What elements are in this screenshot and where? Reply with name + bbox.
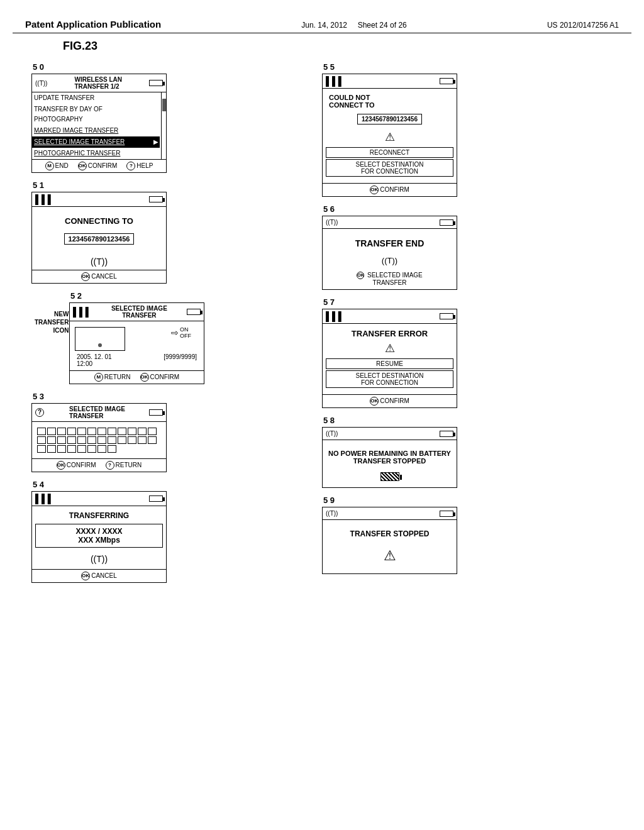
menu-item-daytransfer[interactable]: TRANSFER BY DAY OFPHOTOGRAPHY bbox=[32, 104, 160, 125]
cb-28[interactable] bbox=[67, 445, 76, 453]
cb-14[interactable] bbox=[47, 436, 56, 444]
cb-12[interactable] bbox=[148, 428, 157, 435]
cb-24[interactable] bbox=[148, 436, 157, 444]
ok-icon-53: OK bbox=[57, 461, 65, 470]
select-dest-btn-57[interactable]: SELECT DESTINATIONFOR CONNECTION bbox=[326, 370, 453, 388]
cb-26[interactable] bbox=[47, 445, 56, 453]
transfer-stopped-text: TRANSFER STOPPED bbox=[326, 529, 453, 538]
confirm-btn-57[interactable]: OKCONFIRM bbox=[370, 397, 409, 406]
confirm-btn-55[interactable]: OKCONFIRM bbox=[370, 185, 409, 194]
menu-item-photo[interactable]: PHOTOGRAPHIC TRANSFER bbox=[32, 148, 160, 159]
return-btn-52[interactable]: MRETURN bbox=[94, 373, 131, 382]
checkbox-grid-53 bbox=[37, 425, 161, 455]
cb-7[interactable] bbox=[97, 428, 106, 435]
screen-55-num: 5 5 bbox=[323, 62, 335, 72]
screen-53-topbar: ? SELECTED IMAGETRANSFER bbox=[32, 404, 166, 422]
cb-20[interactable] bbox=[108, 436, 116, 444]
menu-item-update[interactable]: UPDATE TRANSFER bbox=[32, 92, 160, 104]
scrollbar-thumb-50 bbox=[162, 99, 166, 111]
cb-25[interactable] bbox=[37, 445, 46, 453]
screen-52-num: 5 2 bbox=[70, 291, 82, 301]
return-btn-53[interactable]: ?RETURN bbox=[106, 461, 142, 470]
screen-55-body: COULD NOTCONNECT TO 1234567890123456 ⚠ R… bbox=[323, 89, 457, 183]
cb-6[interactable] bbox=[87, 428, 96, 435]
scrollbar-50[interactable] bbox=[161, 92, 166, 159]
cb-29[interactable] bbox=[77, 445, 86, 453]
screen-58: ((T)) NO POWER REMAINING IN BATTERY TRAN… bbox=[322, 427, 457, 488]
screen-53-wrapper: 5 3 ? SELECTED IMAGETRANSFER bbox=[31, 392, 322, 472]
screen-51: ▌▌▌ CONNECTING TO 1234567890123456 ((T))… bbox=[31, 192, 167, 284]
cb-17[interactable] bbox=[77, 436, 86, 444]
menu-item-selected[interactable]: SELECTED IMAGE TRANSFER ▶ bbox=[32, 136, 160, 148]
cb-21[interactable] bbox=[118, 436, 126, 444]
image-dot-52 bbox=[98, 343, 102, 347]
resume-btn[interactable]: RESUME bbox=[326, 358, 453, 369]
cb-16[interactable] bbox=[67, 436, 76, 444]
screen-59-topbar: ((T)) bbox=[323, 507, 457, 520]
cb-8[interactable] bbox=[108, 428, 116, 435]
signal-bars-51: ▌▌▌ bbox=[35, 194, 54, 204]
reconnect-btn[interactable]: RECONNECT bbox=[326, 147, 453, 158]
cb-9[interactable] bbox=[118, 428, 126, 435]
cb-3[interactable] bbox=[57, 428, 66, 435]
screen-51-wrapper: 5 1 ▌▌▌ CONNECTING TO 1234567890123456 (… bbox=[31, 180, 322, 284]
wireless-anim-51: ((T)) bbox=[35, 257, 163, 267]
wifi-icon-59: ((T)) bbox=[326, 510, 338, 517]
publication-title: Patent Application Publication bbox=[25, 19, 161, 30]
cb-30[interactable] bbox=[87, 445, 96, 453]
cb-22[interactable] bbox=[128, 436, 136, 444]
on-off-toggle[interactable]: ⇨ ONOFF bbox=[171, 326, 191, 339]
signal-bars-52: ▌▌▌ bbox=[73, 307, 92, 317]
time-52: 12:00 bbox=[77, 360, 92, 367]
footer-confirm-btn[interactable]: OKCONFIRM bbox=[78, 162, 118, 170]
cancel-btn-54[interactable]: OKCANCEL bbox=[81, 572, 117, 580]
selected-image-transfer-56: OK SELECTED IMAGETRANSFER bbox=[326, 272, 453, 286]
screen-58-num: 5 8 bbox=[323, 416, 335, 425]
cb-31[interactable] bbox=[97, 445, 106, 453]
cb-13[interactable] bbox=[37, 436, 46, 444]
cb-18[interactable] bbox=[87, 436, 96, 444]
select-dest-btn-55[interactable]: SELECT DESTINATIONFOR CONNECTION bbox=[326, 159, 453, 177]
toggle-arrow-icon: ⇨ bbox=[171, 328, 179, 338]
screen-51-num: 5 1 bbox=[33, 180, 44, 190]
footer-help-btn[interactable]: ?HELP bbox=[126, 162, 153, 170]
confirm-btn-52[interactable]: OKCONFIRM bbox=[140, 373, 180, 382]
cb-10[interactable] bbox=[128, 428, 136, 435]
cb-2[interactable] bbox=[47, 428, 56, 435]
battery-icon-53 bbox=[149, 409, 163, 416]
screen-50-menu: UPDATE TRANSFER TRANSFER BY DAY OFPHOTOG… bbox=[32, 92, 166, 159]
cb-11[interactable] bbox=[138, 428, 147, 435]
screen-52-body: ⇨ ONOFF 2005. 12. 01 [9999/9999] 12:00 bbox=[70, 321, 204, 370]
screen-56-wrapper: 5 6 ((T)) TRANSFER END ((T)) OK SELECTED… bbox=[322, 204, 613, 290]
cb-1[interactable] bbox=[37, 428, 46, 435]
menu-item-marked[interactable]: MARKED IMAGE TRANSFER bbox=[32, 125, 160, 136]
transfer-progress-box: XXXX / XXXX XXX XMbps bbox=[35, 524, 163, 548]
transferring-label: TRANSFERRING bbox=[35, 511, 163, 520]
arrow-icon: ▶ bbox=[153, 137, 158, 147]
cb-5[interactable] bbox=[77, 428, 86, 435]
cb-4[interactable] bbox=[67, 428, 76, 435]
cb-15[interactable] bbox=[57, 436, 66, 444]
screen-56-num: 5 6 bbox=[323, 204, 335, 214]
page-header: Patent Application Publication Jun. 14, … bbox=[13, 13, 631, 33]
wireless-icon-56: ((T)) bbox=[326, 256, 453, 265]
cancel-btn-51[interactable]: OKCANCEL bbox=[81, 272, 117, 281]
screen-54-num: 5 4 bbox=[33, 480, 44, 489]
screen-52-topbar: ▌▌▌ SELECTED IMAGETRANSFER bbox=[70, 303, 204, 321]
menu-btn-icon: M bbox=[45, 162, 54, 170]
screen-55-wrapper: 5 5 ▌▌▌ COULD NOTCONNECT TO 123456789012… bbox=[322, 62, 613, 197]
wireless-anim-54: ((T)) bbox=[35, 554, 163, 564]
cb-27[interactable] bbox=[57, 445, 66, 453]
screen-54: ▌▌▌ TRANSFERRING XXXX / XXXX XXX XMbps (… bbox=[31, 491, 167, 583]
confirm-btn-53[interactable]: OKCONFIRM bbox=[57, 461, 96, 470]
image-area-52 bbox=[75, 327, 125, 351]
footer-menu-btn[interactable]: MEND bbox=[45, 162, 69, 170]
cb-23[interactable] bbox=[138, 436, 147, 444]
transfer-speed: XXX XMbps bbox=[78, 536, 120, 545]
screen-55: ▌▌▌ COULD NOTCONNECT TO 1234567890123456… bbox=[322, 74, 457, 197]
screen-57-footer: OKCONFIRM bbox=[323, 394, 457, 407]
screen-53-footer: OKCONFIRM ?RETURN bbox=[32, 458, 166, 472]
cb-19[interactable] bbox=[97, 436, 106, 444]
cb-32[interactable] bbox=[108, 445, 116, 453]
screen-59-body: TRANSFER STOPPED ⚠ bbox=[323, 520, 457, 573]
